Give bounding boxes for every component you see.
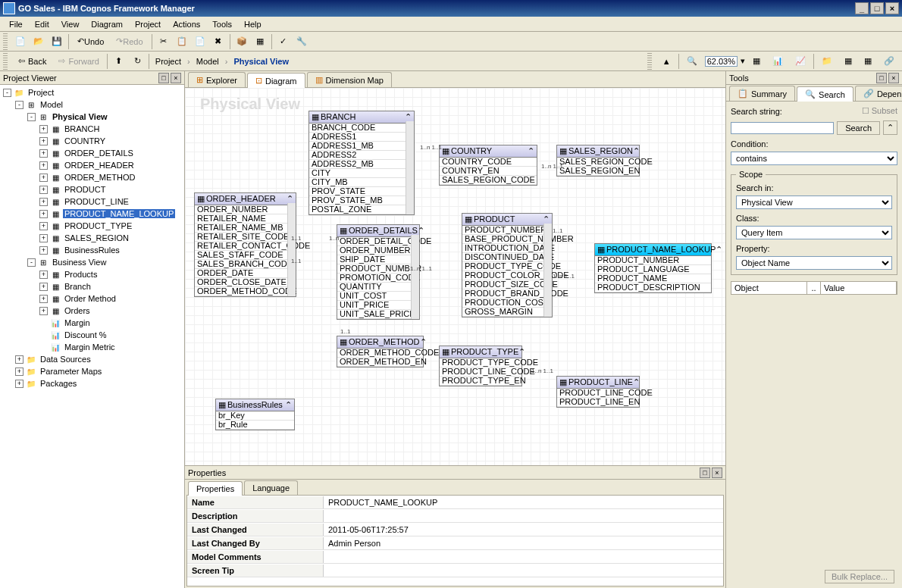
- entity-column[interactable]: PRODUCT_TYPE_EN: [440, 377, 521, 386]
- tree-node[interactable]: +📁Parameter Maps: [2, 365, 183, 377]
- tree-node[interactable]: 📊Margin Metric: [2, 341, 183, 353]
- property-select[interactable]: Object Name: [736, 256, 892, 270]
- entity-order_details[interactable]: ▦ORDER_DETAILS⌃ORDER_DETAIL_CODEORDER_NU…: [337, 224, 420, 320]
- node-label[interactable]: Margin Metric: [63, 342, 117, 352]
- entity-header[interactable]: ▦SALES_REGION⌃: [557, 145, 639, 158]
- props-close-icon[interactable]: ×: [712, 468, 722, 478]
- expand-icon[interactable]: +: [39, 234, 48, 242]
- expand-icon[interactable]: +: [15, 355, 23, 364]
- entity-business_rules[interactable]: ▦BusinessRules⌃br_Keybr_Rule: [215, 399, 295, 430]
- tree-node[interactable]: -📁Project: [2, 86, 183, 99]
- col-value[interactable]: Value: [821, 282, 897, 294]
- tree-node[interactable]: -⊞Physical View: [2, 111, 183, 123]
- menu-diagram[interactable]: Diagram: [85, 18, 129, 30]
- expand-icon[interactable]: +: [39, 222, 48, 230]
- pv-maximize-icon[interactable]: □: [158, 73, 169, 83]
- menu-tools[interactable]: Tools: [206, 18, 238, 30]
- scrollbar[interactable]: [411, 235, 419, 319]
- property-value[interactable]: 2011-05-06T17:25:57: [324, 524, 723, 536]
- paste-icon[interactable]: 📄: [192, 33, 208, 50]
- tree-node[interactable]: +▦PRODUCT: [2, 183, 183, 195]
- entity-header[interactable]: ▦ORDER_DETAILS⌃: [337, 225, 419, 237]
- tab-summary[interactable]: 📋 Summary: [729, 86, 795, 101]
- search-in-select[interactable]: Physical View: [736, 195, 892, 209]
- project-tree[interactable]: -📁Project-⊞Model-⊞Physical View+▦BRANCH+…: [0, 85, 184, 588]
- tree-node[interactable]: +▦PRODUCT_TYPE: [2, 220, 183, 232]
- tree-node[interactable]: +▦Orders: [2, 305, 183, 317]
- undo-button[interactable]: ↶ Undo: [72, 33, 109, 50]
- tab-dimension-map[interactable]: ▥ Dimension Map: [307, 72, 392, 87]
- menu-project[interactable]: Project: [129, 18, 167, 30]
- expand-icon[interactable]: -: [3, 89, 11, 97]
- tree-node[interactable]: +▦COUNTRY: [2, 135, 183, 147]
- save-icon[interactable]: 💾: [49, 33, 65, 50]
- tree-node[interactable]: +▦Products: [2, 268, 183, 280]
- node-label[interactable]: BusinessRules: [63, 246, 121, 255]
- scrollbar[interactable]: [287, 203, 296, 296]
- zoom-select[interactable]: 62.03%: [705, 56, 738, 67]
- tree-node[interactable]: 📊Discount %: [2, 329, 183, 341]
- entity-column[interactable]: PRODUCT_DESCRIPTION: [595, 283, 711, 292]
- layout2-icon[interactable]: 📊: [768, 55, 788, 67]
- node-label[interactable]: Business View: [51, 258, 108, 267]
- open-icon[interactable]: 📂: [30, 33, 47, 50]
- node-label[interactable]: Model: [39, 100, 64, 109]
- node-label[interactable]: PRODUCT_NAME_LOOKUP: [63, 209, 175, 218]
- node-label[interactable]: PRODUCT: [63, 185, 107, 194]
- entity-column[interactable]: POSTAL_ZONE: [309, 205, 414, 214]
- expand-icon[interactable]: +: [15, 380, 23, 388]
- property-value[interactable]: [324, 555, 723, 558]
- tab-properties[interactable]: Properties: [188, 481, 243, 496]
- toolbar-grip[interactable]: [3, 33, 8, 50]
- node-label[interactable]: Margin: [63, 318, 92, 327]
- entity-column[interactable]: ORDER_METHOD_EN: [337, 358, 423, 367]
- entity-header[interactable]: ▦PRODUCT_TYPE⌃: [440, 346, 521, 358]
- tool-icon[interactable]: 🔧: [293, 33, 310, 50]
- diagram-canvas[interactable]: Physical View ▦BRANCH⌃BRANCH_CODEADDRESS…: [185, 88, 725, 465]
- entity-country[interactable]: ▦COUNTRY⌃COUNTRY_CODECOUNTRY_ENSALES_REG…: [439, 145, 537, 186]
- tree-node[interactable]: 📊Margin: [2, 317, 183, 329]
- entity-column[interactable]: UNIT_SALE_PRICE: [337, 310, 419, 319]
- search-input[interactable]: [731, 122, 834, 134]
- minimize-button[interactable]: _: [855, 2, 869, 14]
- node-label[interactable]: SALES_REGION: [63, 233, 130, 242]
- entity-column[interactable]: PRODUCT_LINE_EN: [557, 398, 639, 407]
- expand-icon[interactable]: -: [15, 101, 23, 109]
- expand-icon[interactable]: +: [39, 210, 48, 218]
- expand-icon[interactable]: +: [39, 283, 48, 291]
- validate-icon[interactable]: ✓: [275, 33, 292, 50]
- entity-product_name_lookup[interactable]: ▦PRODUCT_NAME_LOOKUP⌃PRODUCT_NUMBERPRODU…: [594, 243, 712, 293]
- properties-grid[interactable]: NamePRODUCT_NAME_LOOKUPDescriptionLast C…: [186, 495, 724, 586]
- expand-icon[interactable]: -: [27, 113, 36, 121]
- property-value[interactable]: [324, 514, 723, 518]
- node-label[interactable]: ORDER_HEADER: [63, 161, 136, 170]
- node-label[interactable]: Branch: [63, 282, 92, 291]
- entity-column[interactable]: SALES_REGION_EN: [557, 167, 639, 176]
- expand-icon[interactable]: +: [39, 137, 48, 145]
- condition-select[interactable]: contains: [731, 152, 897, 165]
- entity-product_type[interactable]: ▦PRODUCT_TYPE⌃PRODUCT_TYPE_CODEPRODUCT_L…: [439, 346, 522, 386]
- expand-icon[interactable]: +: [39, 149, 48, 158]
- entity-column[interactable]: ORDER_METHOD_CODE: [195, 287, 296, 296]
- expand-icon[interactable]: +: [39, 271, 48, 279]
- entity-sales_region[interactable]: ▦SALES_REGION⌃SALES_REGION_CODESALES_REG…: [556, 145, 640, 177]
- property-value[interactable]: [324, 569, 723, 572]
- expand-icon[interactable]: +: [39, 198, 48, 206]
- entity-header[interactable]: ▦BRANCH⌃: [309, 111, 414, 124]
- tree-node[interactable]: +▦BusinessRules: [2, 244, 183, 256]
- node-label[interactable]: PRODUCT_TYPE: [63, 221, 133, 230]
- close-button[interactable]: ×: [885, 2, 899, 14]
- node-label[interactable]: PRODUCT_LINE: [63, 197, 130, 206]
- tab-search[interactable]: 🔍 Search: [797, 86, 853, 102]
- menu-view[interactable]: View: [55, 18, 86, 30]
- node-label[interactable]: Data Sources: [39, 355, 92, 364]
- entity-column[interactable]: br_Rule: [216, 421, 294, 430]
- tree-node[interactable]: +▦Branch: [2, 280, 183, 292]
- tree-node[interactable]: +▦SALES_REGION: [2, 232, 183, 244]
- expand-icon[interactable]: +: [39, 307, 48, 315]
- menu-help[interactable]: Help: [238, 18, 268, 30]
- delete-icon[interactable]: ✖: [210, 33, 227, 50]
- zoom-icon[interactable]: 🔍: [682, 55, 702, 67]
- scrollbar[interactable]: [543, 224, 552, 317]
- node-label[interactable]: Discount %: [63, 330, 108, 339]
